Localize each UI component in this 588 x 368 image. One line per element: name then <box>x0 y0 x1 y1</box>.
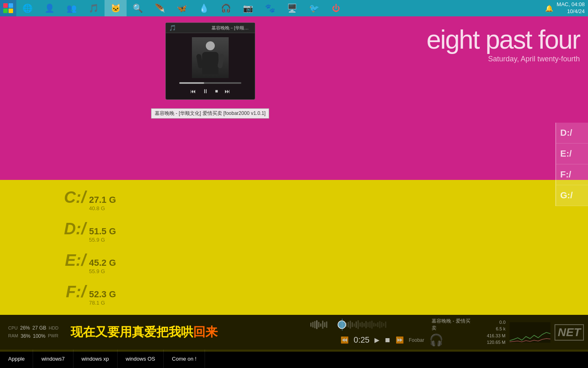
foobar-icon[interactable]: 🐱 <box>105 0 127 16</box>
media-progress-bar[interactable] <box>179 82 242 84</box>
stop-main-button[interactable]: ⏹ <box>384 337 391 344</box>
drive-c-letter: C:/ <box>57 188 86 206</box>
monitor-icon[interactable]: 🖥️ <box>281 0 303 16</box>
media-title-text: 墓容晚晚－[华顺文化] 爱情买卖－... <box>212 25 252 31</box>
net-upload: 0.0 <box>487 319 506 326</box>
svg-rect-3 <box>9 9 13 13</box>
svg-rect-20 <box>356 321 357 328</box>
svg-rect-4 <box>310 323 312 327</box>
hdd-label: HDD <box>49 325 58 332</box>
drive-d-sizes: 51.5 G 55.9 G <box>89 226 116 243</box>
drive-f-shortcut[interactable]: F:/ <box>556 164 588 185</box>
tab-appple[interactable]: Appple <box>0 350 33 368</box>
svg-rect-34 <box>383 323 384 326</box>
svg-rect-9 <box>320 323 321 327</box>
clock-date: 10/4/24 <box>557 8 585 15</box>
silhouette-body <box>202 52 218 74</box>
svg-rect-7 <box>316 320 317 329</box>
butterfly-icon[interactable]: 🦋 <box>171 0 193 16</box>
drive-d-letter: D:/ <box>57 220 86 238</box>
play-pause-button[interactable]: ▶ <box>374 336 379 344</box>
taskbar-right: 🔔 MAC, 04:08 10/4/24 <box>545 1 588 15</box>
drive-f-free: 52.3 G <box>89 289 116 300</box>
svg-rect-16 <box>348 322 349 327</box>
svg-rect-8 <box>318 322 319 327</box>
headphones-icon[interactable]: 🎧 <box>429 333 443 347</box>
svg-rect-12 <box>326 321 327 328</box>
wing-icon[interactable]: 🪶 <box>149 0 171 16</box>
user-icon[interactable]: 👤 <box>38 0 60 16</box>
svg-rect-10 <box>322 321 323 328</box>
notification-icon[interactable]: 🔔 <box>545 4 553 12</box>
desktop: eight past four Saturday, April twenty-f… <box>0 16 588 352</box>
media-status-bar: 墓容晚晚 - [华顺文化] 爱情买卖 [foobar2000 v1.0.1] <box>151 108 269 119</box>
drive-f-letter: F:/ <box>57 283 86 301</box>
svg-rect-25 <box>365 321 367 328</box>
fast-forward-button[interactable]: ⏩ <box>396 336 404 344</box>
hdd-value: 100% <box>33 332 45 340</box>
svg-rect-14 <box>342 319 343 331</box>
svg-rect-19 <box>354 323 355 327</box>
clock-widget: eight past four Saturday, April twenty-f… <box>426 25 580 63</box>
ie-icon[interactable]: 🌐 <box>16 0 38 16</box>
album-art <box>192 37 229 78</box>
drive-e-letter: E:/ <box>57 251 86 269</box>
drive-g-shortcut[interactable]: G:/ <box>556 185 588 206</box>
net-download: 6.5 k <box>487 325 506 332</box>
drive-d-shortcut[interactable]: D:/ <box>556 123 588 144</box>
tab-comeon[interactable]: Come on ! <box>164 350 205 368</box>
taskbar-icons: 🌐 👤 👥 🎵 🐱 🔍 🪶 🦋 💧 🎧 📷 <box>16 0 545 16</box>
next-button[interactable]: ⏭ <box>223 87 232 95</box>
start-button[interactable] <box>0 0 16 16</box>
svg-rect-36 <box>510 322 550 343</box>
drive-c-stat: C:/ 27.1 G 40.8 G <box>57 188 116 211</box>
pause-button[interactable]: ⏸ <box>201 87 210 95</box>
search-icon[interactable]: 🔍 <box>127 0 149 16</box>
svg-rect-24 <box>363 323 365 327</box>
drive-panel: D:/ E:/ F:/ G:/ <box>555 123 588 206</box>
ram-size: 27 GB <box>32 324 46 332</box>
people-icon[interactable]: 👥 <box>60 0 82 16</box>
water-drop-icon[interactable]: 💧 <box>193 0 215 16</box>
media-player-popup: 🎵 墓容晚晚－[华顺文化] 爱情买卖－... ⏮ ⏸ ■ ⏭ <box>165 22 255 100</box>
drive-e-free: 45.2 G <box>89 258 116 268</box>
tab-windows7[interactable]: windows7 <box>33 350 73 368</box>
svg-rect-30 <box>375 323 376 326</box>
rewind-button[interactable]: ⏪ <box>341 336 349 344</box>
net-label: NET <box>555 324 584 341</box>
playback-time: 0:25 <box>354 335 370 345</box>
ram-value: 36% <box>20 332 30 340</box>
taskbar-top: 🌐 👤 👥 🎵 🐱 🔍 🪶 🦋 💧 🎧 📷 <box>0 0 588 16</box>
drive-e-shortcut[interactable]: E:/ <box>556 144 588 164</box>
svg-rect-23 <box>361 322 363 327</box>
paw-icon[interactable]: 🐾 <box>259 0 281 16</box>
music-note-icon[interactable]: 🎵 <box>82 0 105 16</box>
clock-time: MAC, 04:08 <box>557 1 585 8</box>
svg-rect-15 <box>346 323 347 327</box>
svg-rect-5 <box>312 322 314 327</box>
media-bar-center: 墓容晚晚 - 爱情买卖 ⏪ 0:25 ▶ ⏹ ⏩ Foobar 🎧 <box>310 318 474 347</box>
headphone-taskbar-icon[interactable]: 🎧 <box>215 0 237 16</box>
svg-rect-17 <box>350 321 351 328</box>
drive-c-sizes: 27.1 G 40.8 G <box>89 195 116 211</box>
prev-button[interactable]: ⏮ <box>189 87 198 95</box>
playback-track-title: 墓容晚晚 - 爱情买卖 <box>432 318 474 332</box>
waveform-container[interactable] <box>310 319 428 331</box>
net-upload-total: 416.33 M <box>487 332 506 339</box>
svg-rect-28 <box>371 321 372 328</box>
tab-windowsos[interactable]: windows OS <box>118 350 164 368</box>
lyrics-area: 现在又要用真爱把我哄回来 <box>58 324 310 341</box>
taskbar-clock: MAC, 04:08 10/4/24 <box>557 1 585 15</box>
cpu-value: 26% <box>20 324 30 332</box>
ram-stat-row: RAM 36% 100% PWR <box>8 332 58 340</box>
power-icon[interactable]: ⏻ <box>325 0 347 16</box>
twitter-icon[interactable]: 🐦 <box>303 0 325 16</box>
svg-rect-35 <box>385 321 386 328</box>
drive-stats: C:/ 27.1 G 40.8 G D:/ 51.5 G 55.9 G E:/ … <box>57 188 116 314</box>
taskbar-bottom: Appple windows7 windows xp windows OS Co… <box>0 350 588 368</box>
tab-windowsxp[interactable]: windows xp <box>74 350 118 368</box>
camera-icon[interactable]: 📷 <box>237 0 259 16</box>
stop-button[interactable]: ■ <box>213 87 219 95</box>
media-status-text: 墓容晚晚 - [华顺文化] 爱情买卖 [foobar2000 v1.0.1] <box>155 110 265 116</box>
media-bar-left: CPU 26% 27 GB HDD RAM 36% 100% PWR <box>0 324 58 340</box>
